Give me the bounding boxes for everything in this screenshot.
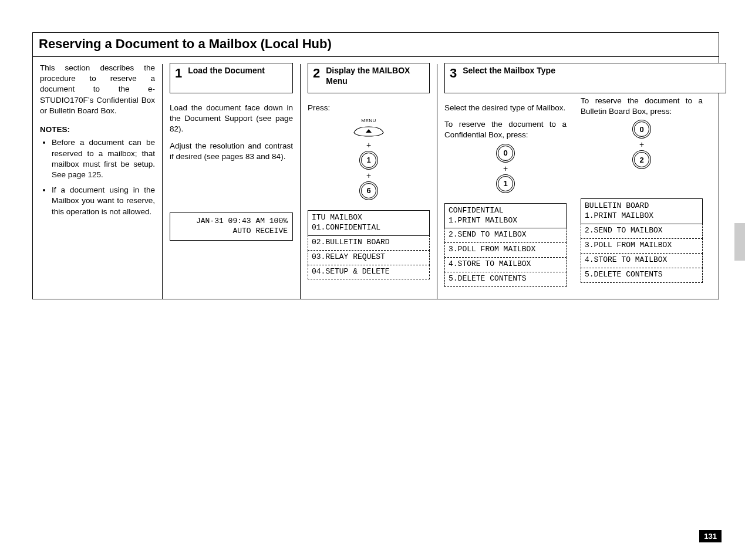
- notes-heading: NOTES:: [40, 124, 155, 135]
- lcd-line: 04.SETUP & DELETE: [308, 265, 430, 280]
- lcd-line: 2.SEND TO MAILBOX: [444, 228, 567, 243]
- lcd-line: 5.DELETE CONTENTS: [444, 272, 567, 287]
- note-item: Before a document can be reserved to a m…: [52, 137, 155, 180]
- step-3-left-column: 3 Select the Mailbox Type Select the des…: [437, 57, 574, 299]
- lcd-line: 5.DELETE CONTENTS: [581, 268, 703, 283]
- lcd-line: 4.STORE TO MAILBOX: [581, 253, 703, 268]
- plus-icon: +: [366, 141, 371, 149]
- lcd-line: 3.POLL FROM MAILBOX: [581, 238, 703, 254]
- keypad-key-1: 1: [361, 153, 376, 168]
- key-sequence: 0 + 1: [444, 146, 567, 191]
- step-number: 1: [175, 66, 182, 80]
- step-3-body-1: Select the desired type of Mailbox.: [444, 103, 567, 113]
- step-title: Display the MAILBOX Menu: [326, 66, 424, 86]
- step-1-body-1: Load the document face down in the Docum…: [170, 103, 293, 135]
- plus-icon: +: [366, 171, 371, 180]
- lcd-scroll-display: BULLETIN BOARD 1.PRINT MAILBOX 2.SEND TO…: [581, 198, 703, 282]
- lcd-line: 03.RELAY REQUEST: [308, 250, 430, 265]
- page-number-badge: 131: [699, 530, 722, 542]
- lcd-line: CONFIDENTIAL 1.PRINT MAILBOX: [444, 203, 567, 229]
- lcd-line: 3.POLL FROM MAILBOX: [444, 242, 567, 258]
- document-page: Reserving a Document to a Mailbox (Local…: [0, 0, 745, 560]
- intro-column: This section describes the procedure to …: [33, 57, 162, 299]
- press-label: Press:: [308, 103, 430, 113]
- keypad-key-2: 2: [634, 152, 649, 167]
- step-2-column: 2 Display the MAILBOX Menu Press: MENU: [301, 57, 437, 299]
- menu-key-label: MENU: [361, 118, 376, 124]
- step-title: Select the Mailbox Type: [463, 66, 555, 76]
- page-title: Reserving a Document to a Mailbox (Local…: [33, 33, 719, 57]
- keypad-key-6: 6: [361, 183, 376, 198]
- step-number: 2: [313, 66, 320, 80]
- page-frame: Reserving a Document to a Mailbox (Local…: [32, 32, 719, 299]
- step-1-header: 1 Load the Document: [170, 63, 293, 93]
- lcd-scroll-display: CONFIDENTIAL 1.PRINT MAILBOX 2.SEND TO M…: [444, 203, 567, 287]
- menu-key-shape: [352, 126, 386, 137]
- content-row: This section describes the procedure to …: [33, 57, 719, 299]
- lcd-scroll-display: ITU MAILBOX 01.CONFIDENTIAL 02.BULLETIN …: [308, 210, 430, 279]
- step-1-column: 1 Load the Document Load the document fa…: [163, 57, 300, 299]
- step-3-body-2: To reserve the document to a Confidentia…: [444, 119, 567, 140]
- keypad-key-0: 0: [634, 122, 649, 137]
- menu-key-icon: MENU: [352, 118, 386, 137]
- key-sequence: 0 + 2: [581, 122, 703, 167]
- lcd-line: 4.STORE TO MAILBOX: [444, 257, 567, 272]
- lcd-line: 02.BULLETIN BOARD: [308, 235, 430, 251]
- notes-list: Before a document can be reserved to a m…: [40, 137, 155, 217]
- keypad-key-0: 0: [498, 146, 513, 161]
- thumb-index-tab: [734, 223, 745, 261]
- step-number: 3: [450, 66, 457, 80]
- step-2-header: 2 Display the MAILBOX Menu: [308, 63, 430, 93]
- step-1-body-2: Adjust the resolution and contrast if de…: [170, 141, 293, 162]
- plus-icon: +: [639, 140, 644, 149]
- note-item: If a document using in the Mailbox you w…: [52, 185, 155, 217]
- step-3-header: 3 Select the Mailbox Type: [444, 63, 726, 93]
- step-3-right-body: To reserve the document to a Bulletin Bo…: [581, 96, 703, 117]
- intro-text: This section describes the procedure to …: [40, 63, 155, 116]
- lcd-display: JAN-31 09:43 AM 100% AUTO RECEIVE: [170, 212, 293, 241]
- key-sequence: MENU + 1 + 6: [308, 118, 430, 198]
- keypad-key-1: 1: [498, 176, 513, 191]
- plus-icon: +: [503, 164, 508, 173]
- lcd-line: 2.SEND TO MAILBOX: [581, 224, 703, 239]
- lcd-line: BULLETIN BOARD 1.PRINT MAILBOX: [581, 198, 703, 224]
- lcd-line: ITU MAILBOX 01.CONFIDENTIAL: [308, 210, 430, 236]
- step-title: Load the Document: [188, 66, 265, 76]
